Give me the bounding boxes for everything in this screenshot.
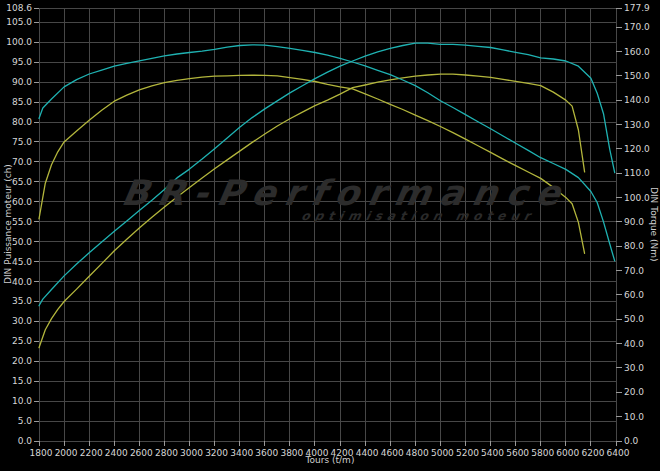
svg-text:50.0: 50.0 [12, 237, 32, 247]
svg-text:160.0: 160.0 [624, 47, 650, 57]
svg-text:90.0: 90.0 [624, 217, 644, 227]
watermark-subtitle-text: optimisation moteur [239, 209, 537, 223]
svg-text:170.0: 170.0 [624, 22, 650, 32]
svg-text:20.0: 20.0 [12, 356, 32, 366]
svg-text:85.0: 85.0 [12, 97, 32, 107]
svg-text:20.0: 20.0 [624, 387, 644, 397]
svg-text:100.0: 100.0 [624, 193, 650, 203]
svg-text:45.0: 45.0 [12, 257, 32, 267]
svg-text:150.0: 150.0 [624, 71, 650, 81]
svg-text:80.0: 80.0 [12, 117, 32, 127]
svg-text:75.0: 75.0 [12, 137, 32, 147]
svg-text:90.0: 90.0 [12, 77, 32, 87]
svg-text:5.0: 5.0 [18, 416, 33, 426]
svg-text:80.0: 80.0 [624, 241, 644, 251]
svg-text:60.0: 60.0 [624, 290, 644, 300]
svg-text:10.0: 10.0 [624, 412, 644, 422]
right-axis-title: DIN Torque (Nm) [649, 8, 659, 441]
svg-text:60.0: 60.0 [12, 197, 32, 207]
svg-text:55.0: 55.0 [12, 217, 32, 227]
dyno-chart: 0.05.010.015.020.025.030.035.040.045.050… [0, 0, 660, 471]
svg-text:0.0: 0.0 [624, 436, 639, 446]
svg-text:40.0: 40.0 [12, 277, 32, 287]
svg-text:130.0: 130.0 [624, 120, 650, 130]
svg-text:30.0: 30.0 [12, 316, 32, 326]
svg-text:65.0: 65.0 [12, 177, 32, 187]
svg-text:50.0: 50.0 [624, 314, 644, 324]
svg-text:40.0: 40.0 [624, 339, 644, 349]
svg-text:120.0: 120.0 [624, 144, 650, 154]
svg-text:15.0: 15.0 [12, 376, 32, 386]
svg-text:177.9: 177.9 [624, 3, 650, 13]
svg-text:10.0: 10.0 [12, 396, 32, 406]
left-axis-title: DIN Puissance moteur (ch) [3, 8, 13, 441]
svg-text:30.0: 30.0 [624, 363, 644, 373]
dyno-plot-canvas: 0.05.010.015.020.025.030.035.040.045.050… [0, 0, 660, 471]
svg-text:95.0: 95.0 [12, 57, 32, 67]
svg-text:70.0: 70.0 [12, 157, 32, 167]
svg-text:25.0: 25.0 [12, 336, 32, 346]
svg-text:35.0: 35.0 [12, 296, 32, 306]
svg-text:110.0: 110.0 [624, 168, 650, 178]
svg-text:140.0: 140.0 [624, 95, 650, 105]
x-axis-title: Tours (t/m) [0, 455, 660, 465]
svg-text:0.0: 0.0 [18, 436, 33, 446]
watermark-brand-text: BR-Performance [118, 173, 572, 213]
svg-text:70.0: 70.0 [624, 266, 644, 276]
